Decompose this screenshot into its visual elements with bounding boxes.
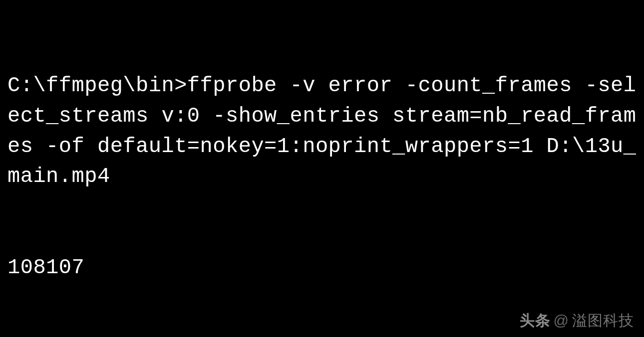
watermark-brand: 头条 — [520, 310, 551, 332]
watermark-at: @ — [554, 310, 569, 332]
prompt-path: C:\ffmpeg\bin> — [7, 74, 187, 98]
command-line-1: C:\ffmpeg\bin>ffprobe -v error -count_fr… — [7, 71, 637, 192]
terminal-command-block-1: C:\ffmpeg\bin>ffprobe -v error -count_fr… — [7, 10, 637, 314]
watermark: 头条 @ 溢图科技 — [520, 310, 634, 332]
watermark-author: 溢图科技 — [572, 310, 634, 332]
command-output-1: 108107 — [7, 253, 637, 283]
